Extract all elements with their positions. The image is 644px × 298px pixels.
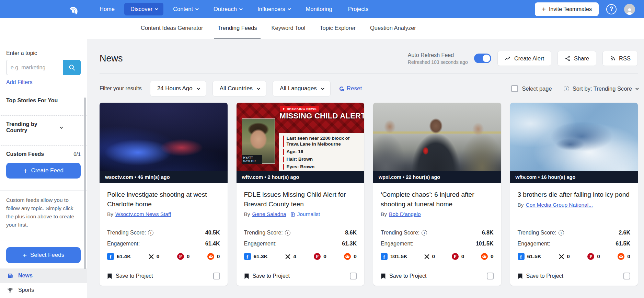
article-image[interactable]: wpxi.com • 22 hour(s) ago [373, 103, 501, 183]
sidebar-item-sports[interactable]: Sports [0, 283, 87, 297]
engagement-label: Engagement: [107, 241, 140, 247]
chevron-down-icon [60, 125, 63, 129]
reddit-icon [618, 253, 624, 260]
reset-filters-link[interactable]: ↻Reset [339, 85, 362, 93]
nav-item-projects[interactable]: Projects [342, 3, 375, 15]
add-filters-link[interactable]: Add Filters [6, 79, 32, 85]
brand-logo-icon[interactable] [69, 3, 80, 15]
top-stories-header[interactable]: Top Stories For You [6, 98, 81, 104]
author-link[interactable]: Gene Saladna [252, 211, 286, 217]
x-icon [424, 254, 429, 259]
time-filter-dropdown[interactable]: 24 Hours Ago [150, 81, 206, 96]
invite-teammates-button[interactable]: + Invite Teammates [535, 2, 599, 16]
info-icon: i [285, 230, 290, 236]
info-icon: i [148, 230, 153, 236]
info-icon: i [422, 230, 427, 236]
article-image[interactable]: wftv.com • 16 hour(s) ago [510, 103, 638, 183]
rss-button[interactable]: RSS [602, 51, 638, 66]
social-stats: f61.4K 0 P0 0 [107, 253, 220, 260]
save-to-project-button[interactable]: Save to Project [244, 273, 290, 279]
engagement-label: Engagement: [381, 241, 413, 247]
nav-item-outreach[interactable]: Outreach [207, 3, 248, 15]
chevron-down-icon [195, 7, 199, 10]
chevron-down-icon [288, 7, 291, 10]
save-checkbox[interactable] [487, 273, 494, 279]
create-feed-button[interactable]: + Create Feed [6, 163, 81, 179]
language-filter-dropdown[interactable]: All Languages [273, 81, 331, 96]
tab-topic-explorer[interactable]: Topic Explorer [316, 18, 359, 39]
author-link[interactable]: Bob D'angelo [389, 211, 421, 217]
breaking-news-badge: ► BREAKING NEWS [280, 106, 319, 112]
nav-item-discover[interactable]: Discover [124, 3, 163, 15]
tab-question-analyzer[interactable]: Question Analyzer [367, 18, 419, 39]
missing-child-photo: HYATT SAYLOR [242, 118, 275, 164]
byline: By Wsoctv.com News Staff [107, 211, 220, 217]
search-button[interactable] [63, 60, 81, 75]
filter-results-label: Filter your results [100, 85, 142, 92]
save-checkbox[interactable] [350, 273, 357, 279]
topic-search-input[interactable] [6, 60, 63, 75]
facebook-icon: f [244, 253, 251, 260]
bookmark-icon [107, 273, 112, 279]
save-to-project-button[interactable]: Save to Project [381, 273, 427, 279]
author-link[interactable]: Cox Media Group National... [526, 202, 593, 208]
article-title[interactable]: Police investigate shooting at west Char… [107, 190, 220, 209]
social-stats: f61.3K 4 P0 0 [244, 253, 357, 260]
select-feeds-button[interactable]: + Select Feeds [6, 247, 81, 263]
select-page-checkbox[interactable] [511, 85, 518, 92]
reddit-icon [344, 253, 351, 260]
trending-by-country-header[interactable]: Trending by Country [6, 121, 81, 134]
article-title[interactable]: ‘Complete chaos’: 6 injured after shooti… [381, 190, 494, 209]
custom-feeds-info: Custom feeds allow you to follow any top… [0, 190, 87, 234]
chevron-down-icon [257, 87, 260, 90]
article-title[interactable]: FDLE issues Missing Child Alert for Brev… [244, 190, 357, 209]
nav-item-content[interactable]: Content [167, 3, 204, 15]
custom-feeds-header: Custom Feeds 0/1 [6, 151, 81, 157]
plus-icon: + [23, 167, 27, 174]
x-icon [149, 254, 154, 259]
trending-by-country-section: Trending by Country [0, 115, 87, 139]
trending-score-label: Trending Score:i [381, 230, 427, 236]
share-button[interactable]: Share [557, 51, 596, 66]
tab-trending-feeds[interactable]: Trending Feeds [214, 18, 261, 39]
author-link[interactable]: Wsoctv.com News Staff [115, 211, 171, 217]
journalist-icon [290, 212, 296, 217]
top-stories-section: Top Stories For You [0, 92, 87, 109]
nav-item-influencers[interactable]: Influencers [251, 3, 296, 15]
refresh-icon: ↻ [337, 86, 345, 91]
sidebar-scrollbar[interactable] [84, 98, 86, 269]
feed-list: News Sports Entertainment Tech [0, 268, 87, 298]
pinterest-icon: P [314, 253, 321, 260]
save-to-project-button[interactable]: Save to Project [107, 273, 153, 279]
article-source-bar: wftv.com • 16 hour(s) ago [510, 171, 638, 183]
sort-by-dropdown[interactable]: i Sort by: Trending Score [564, 85, 638, 92]
country-filter-dropdown[interactable]: All Countries [212, 81, 266, 96]
save-checkbox[interactable] [623, 273, 630, 279]
nav-item-home[interactable]: Home [93, 3, 121, 15]
article-image[interactable]: ► BREAKING NEWS MISSING CHILD ALERT HYAT… [237, 103, 365, 183]
article-title[interactable]: 3 brothers die after falling into icy po… [518, 190, 631, 199]
rss-icon [610, 56, 616, 61]
avatar[interactable] [624, 4, 635, 15]
tab-keyword-tool[interactable]: Keyword Tool [268, 18, 309, 39]
help-icon[interactable]: ? [606, 4, 617, 14]
article-source-bar: wpxi.com • 22 hour(s) ago [373, 171, 501, 183]
info-icon: i [559, 230, 564, 236]
article-card: wftv.com • 16 hour(s) ago 3 brothers die… [510, 103, 638, 286]
article-image[interactable]: wsoctv.com • 46 min(s) ago [100, 103, 228, 183]
reddit-icon [481, 253, 488, 260]
trending-score-label: Trending Score:i [244, 230, 290, 236]
sidebar-item-news[interactable]: News [0, 268, 87, 283]
create-alert-button[interactable]: Create Alert [497, 51, 551, 66]
nav-item-monitoring[interactable]: Monitoring [300, 3, 338, 15]
tab-content-ideas-generator[interactable]: Content Ideas Generator [137, 18, 207, 39]
newspaper-icon [7, 273, 13, 279]
custom-feeds-count[interactable]: 0/1 [73, 151, 81, 157]
x-icon [285, 254, 290, 259]
engagement-label: Engagement: [244, 241, 277, 247]
reddit-icon [207, 253, 214, 260]
save-to-project-button[interactable]: Save to Project [518, 273, 564, 279]
pinterest-icon: P [587, 253, 594, 260]
save-checkbox[interactable] [213, 273, 220, 279]
auto-refresh-toggle[interactable] [474, 54, 491, 63]
